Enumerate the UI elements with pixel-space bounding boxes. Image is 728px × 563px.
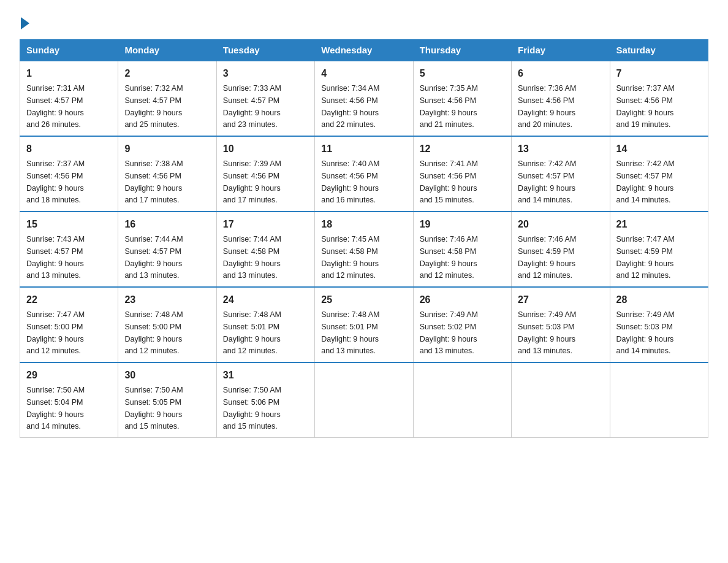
day-number: 11 <box>321 142 406 156</box>
day-info: Sunrise: 7:36 AMSunset: 4:56 PMDaylight:… <box>518 84 576 129</box>
day-number: 26 <box>420 293 505 307</box>
logo-arrow-icon <box>21 17 29 29</box>
day-info: Sunrise: 7:37 AMSunset: 4:56 PMDaylight:… <box>26 159 85 204</box>
day-info: Sunrise: 7:50 AMSunset: 5:04 PMDaylight:… <box>26 386 85 431</box>
calendar-cell: 19 Sunrise: 7:46 AMSunset: 4:58 PMDaylig… <box>413 212 511 287</box>
day-info: Sunrise: 7:43 AMSunset: 4:57 PMDaylight:… <box>26 235 85 280</box>
day-number: 22 <box>26 293 112 307</box>
day-number: 29 <box>26 368 112 383</box>
day-info: Sunrise: 7:49 AMSunset: 5:03 PMDaylight:… <box>616 310 675 355</box>
weekday-header-monday: Monday <box>118 40 216 61</box>
day-number: 17 <box>223 217 308 232</box>
calendar-cell <box>315 362 413 438</box>
calendar-cell: 8 Sunrise: 7:37 AMSunset: 4:56 PMDayligh… <box>20 136 118 212</box>
calendar-cell: 15 Sunrise: 7:43 AMSunset: 4:57 PMDaylig… <box>20 212 118 287</box>
day-info: Sunrise: 7:49 AMSunset: 5:02 PMDaylight:… <box>420 310 478 355</box>
day-number: 14 <box>616 142 702 156</box>
calendar-cell: 20 Sunrise: 7:46 AMSunset: 4:59 PMDaylig… <box>512 212 610 287</box>
day-number: 31 <box>223 368 308 383</box>
day-number: 3 <box>223 66 308 81</box>
day-info: Sunrise: 7:48 AMSunset: 5:00 PMDaylight:… <box>124 310 183 355</box>
calendar-cell: 27 Sunrise: 7:49 AMSunset: 5:03 PMDaylig… <box>512 287 610 362</box>
day-number: 5 <box>420 66 505 81</box>
day-info: Sunrise: 7:49 AMSunset: 5:03 PMDaylight:… <box>518 310 576 355</box>
calendar-cell: 11 Sunrise: 7:40 AMSunset: 4:56 PMDaylig… <box>315 136 413 212</box>
calendar-week-2: 8 Sunrise: 7:37 AMSunset: 4:56 PMDayligh… <box>20 136 708 212</box>
calendar-cell <box>610 362 708 438</box>
day-info: Sunrise: 7:50 AMSunset: 5:06 PMDaylight:… <box>223 386 281 431</box>
calendar-cell: 23 Sunrise: 7:48 AMSunset: 5:00 PMDaylig… <box>118 287 216 362</box>
day-number: 4 <box>321 66 406 81</box>
day-number: 10 <box>223 142 308 156</box>
calendar-cell: 18 Sunrise: 7:45 AMSunset: 4:58 PMDaylig… <box>315 212 413 287</box>
day-info: Sunrise: 7:46 AMSunset: 4:59 PMDaylight:… <box>518 235 576 280</box>
day-number: 30 <box>124 368 210 383</box>
day-info: Sunrise: 7:35 AMSunset: 4:56 PMDaylight:… <box>420 84 478 129</box>
day-number: 23 <box>124 293 210 307</box>
day-number: 25 <box>321 293 406 307</box>
day-number: 13 <box>518 142 603 156</box>
calendar-table: SundayMondayTuesdayWednesdayThursdayFrid… <box>20 39 708 438</box>
day-info: Sunrise: 7:45 AMSunset: 4:58 PMDaylight:… <box>321 235 379 280</box>
day-number: 24 <box>223 293 308 307</box>
day-number: 28 <box>616 293 702 307</box>
day-number: 16 <box>124 217 210 232</box>
day-info: Sunrise: 7:47 AMSunset: 4:59 PMDaylight:… <box>616 235 675 280</box>
weekday-header-tuesday: Tuesday <box>216 40 314 61</box>
day-info: Sunrise: 7:42 AMSunset: 4:57 PMDaylight:… <box>616 159 675 204</box>
calendar-cell: 29 Sunrise: 7:50 AMSunset: 5:04 PMDaylig… <box>20 362 118 438</box>
calendar-cell: 17 Sunrise: 7:44 AMSunset: 4:58 PMDaylig… <box>216 212 314 287</box>
day-info: Sunrise: 7:50 AMSunset: 5:05 PMDaylight:… <box>124 386 183 431</box>
day-info: Sunrise: 7:40 AMSunset: 4:56 PMDaylight:… <box>321 159 379 204</box>
day-info: Sunrise: 7:38 AMSunset: 4:56 PMDaylight:… <box>124 159 183 204</box>
day-number: 2 <box>124 66 210 81</box>
weekday-header-row: SundayMondayTuesdayWednesdayThursdayFrid… <box>20 40 708 61</box>
day-info: Sunrise: 7:41 AMSunset: 4:56 PMDaylight:… <box>420 159 478 204</box>
calendar-week-1: 1 Sunrise: 7:31 AMSunset: 4:57 PMDayligh… <box>20 61 708 136</box>
day-info: Sunrise: 7:34 AMSunset: 4:56 PMDaylight:… <box>321 84 379 129</box>
day-number: 27 <box>518 293 603 307</box>
calendar-cell: 4 Sunrise: 7:34 AMSunset: 4:56 PMDayligh… <box>315 61 413 136</box>
calendar-cell: 28 Sunrise: 7:49 AMSunset: 5:03 PMDaylig… <box>610 287 708 362</box>
weekday-header-sunday: Sunday <box>20 40 118 61</box>
calendar-cell <box>413 362 511 438</box>
weekday-header-thursday: Thursday <box>413 40 511 61</box>
day-number: 21 <box>616 217 702 232</box>
day-number: 8 <box>26 142 112 156</box>
calendar-cell: 10 Sunrise: 7:39 AMSunset: 4:56 PMDaylig… <box>216 136 314 212</box>
day-number: 9 <box>124 142 210 156</box>
day-number: 19 <box>420 217 505 232</box>
calendar-week-4: 22 Sunrise: 7:47 AMSunset: 5:00 PMDaylig… <box>20 287 708 362</box>
weekday-header-friday: Friday <box>512 40 610 61</box>
day-number: 20 <box>518 217 603 232</box>
page-header <box>20 15 708 28</box>
calendar-cell <box>512 362 610 438</box>
calendar-cell: 26 Sunrise: 7:49 AMSunset: 5:02 PMDaylig… <box>413 287 511 362</box>
weekday-header-wednesday: Wednesday <box>315 40 413 61</box>
calendar-cell: 6 Sunrise: 7:36 AMSunset: 4:56 PMDayligh… <box>512 61 610 136</box>
day-number: 18 <box>321 217 406 232</box>
calendar-week-5: 29 Sunrise: 7:50 AMSunset: 5:04 PMDaylig… <box>20 362 708 438</box>
calendar-cell: 12 Sunrise: 7:41 AMSunset: 4:56 PMDaylig… <box>413 136 511 212</box>
calendar-cell: 9 Sunrise: 7:38 AMSunset: 4:56 PMDayligh… <box>118 136 216 212</box>
day-info: Sunrise: 7:44 AMSunset: 4:57 PMDaylight:… <box>124 235 183 280</box>
calendar-cell: 22 Sunrise: 7:47 AMSunset: 5:00 PMDaylig… <box>20 287 118 362</box>
day-number: 1 <box>26 66 112 81</box>
day-number: 15 <box>26 217 112 232</box>
day-number: 12 <box>420 142 505 156</box>
day-info: Sunrise: 7:44 AMSunset: 4:58 PMDaylight:… <box>223 235 281 280</box>
day-info: Sunrise: 7:47 AMSunset: 5:00 PMDaylight:… <box>26 310 85 355</box>
calendar-cell: 5 Sunrise: 7:35 AMSunset: 4:56 PMDayligh… <box>413 61 511 136</box>
calendar-cell: 14 Sunrise: 7:42 AMSunset: 4:57 PMDaylig… <box>610 136 708 212</box>
calendar-cell: 24 Sunrise: 7:48 AMSunset: 5:01 PMDaylig… <box>216 287 314 362</box>
weekday-header-saturday: Saturday <box>610 40 708 61</box>
calendar-cell: 21 Sunrise: 7:47 AMSunset: 4:59 PMDaylig… <box>610 212 708 287</box>
calendar-cell: 31 Sunrise: 7:50 AMSunset: 5:06 PMDaylig… <box>216 362 314 438</box>
calendar-cell: 30 Sunrise: 7:50 AMSunset: 5:05 PMDaylig… <box>118 362 216 438</box>
day-number: 6 <box>518 66 603 81</box>
day-number: 7 <box>616 66 702 81</box>
day-info: Sunrise: 7:48 AMSunset: 5:01 PMDaylight:… <box>321 310 379 355</box>
day-info: Sunrise: 7:39 AMSunset: 4:56 PMDaylight:… <box>223 159 281 204</box>
calendar-cell: 7 Sunrise: 7:37 AMSunset: 4:56 PMDayligh… <box>610 61 708 136</box>
calendar-cell: 13 Sunrise: 7:42 AMSunset: 4:57 PMDaylig… <box>512 136 610 212</box>
